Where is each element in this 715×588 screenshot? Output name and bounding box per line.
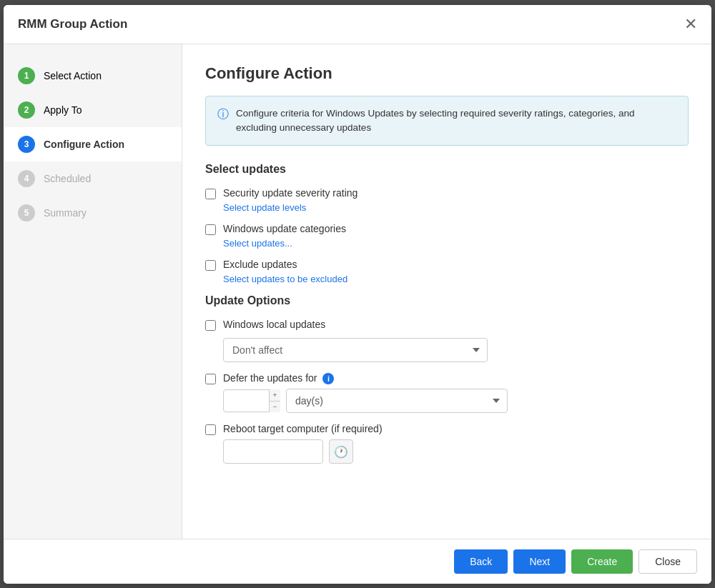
reboot-row: Reboot target computer (if required) — [205, 423, 689, 435]
select-updates-section: Select updates Security update severity … — [205, 163, 689, 284]
reboot-time-input[interactable]: 12:00 PM — [223, 439, 323, 464]
step-num-2: 2 — [18, 101, 35, 119]
update-options-title: Update Options — [205, 294, 689, 307]
sidebar-item-apply-to[interactable]: 2 Apply To — [4, 93, 182, 127]
windows-local-checkbox[interactable] — [205, 320, 216, 331]
select-excluded-link[interactable]: Select updates to be excluded — [223, 274, 689, 284]
defer-info-icon[interactable]: i — [322, 373, 334, 384]
number-spinners: + − — [269, 389, 280, 412]
update-options-section: Update Options Windows local updates Don… — [205, 294, 689, 464]
exclude-updates-label: Exclude updates — [223, 259, 297, 270]
close-button[interactable]: Close — [638, 549, 697, 574]
update-categories-checkbox[interactable] — [205, 224, 216, 235]
modal-body: 1 Select Action 2 Apply To 3 Configure A… — [4, 44, 711, 539]
sidebar-label-1: Select Action — [44, 70, 102, 81]
close-icon[interactable]: ✕ — [684, 16, 697, 32]
defer-updates-checkbox[interactable] — [205, 374, 216, 384]
security-rating-row: Security update severity rating — [205, 187, 689, 199]
defer-controls-row: 1 + − day(s) week(s) month(s) — [223, 389, 689, 413]
sidebar-item-summary[interactable]: 5 Summary — [4, 196, 182, 230]
exclude-updates-row: Exclude updates — [205, 259, 689, 271]
sidebar-label-4: Scheduled — [44, 173, 91, 184]
step-num-5: 5 — [18, 204, 35, 221]
windows-local-label: Windows local updates — [223, 319, 325, 330]
reboot-time-row: 12:00 PM 🕐 — [223, 439, 689, 464]
sidebar-label-2: Apply To — [44, 104, 82, 116]
sidebar-label-5: Summary — [44, 207, 87, 219]
local-updates-dropdown[interactable]: Don't affect Enable Disable — [223, 338, 488, 362]
next-button[interactable]: Next — [513, 549, 566, 574]
info-box-text: Configure criteria for Windows Updates b… — [236, 106, 676, 136]
modal: RMM Group Action ✕ 1 Select Action 2 App… — [4, 5, 711, 584]
select-updates-title: Select updates — [205, 163, 689, 176]
reboot-label: Reboot target computer (if required) — [223, 423, 383, 434]
sidebar: 1 Select Action 2 Apply To 3 Configure A… — [4, 44, 182, 539]
period-select[interactable]: day(s) week(s) month(s) — [286, 389, 508, 413]
defer-updates-row: Defer the updates for i — [205, 372, 689, 384]
modal-title: RMM Group Action — [18, 17, 127, 31]
exclude-updates-checkbox[interactable] — [205, 260, 216, 271]
modal-overlay: RMM Group Action ✕ 1 Select Action 2 App… — [0, 0, 715, 588]
spinner-down-btn[interactable]: − — [270, 402, 280, 413]
page-title: Configure Action — [205, 64, 689, 83]
main-content: Configure Action ⓘ Configure criteria fo… — [182, 44, 711, 539]
update-categories-label: Windows update categories — [223, 223, 346, 234]
sidebar-item-configure-action[interactable]: 3 Configure Action — [4, 127, 182, 161]
update-categories-row: Windows update categories — [205, 223, 689, 235]
info-icon: ⓘ — [217, 107, 229, 122]
back-button[interactable]: Back — [454, 549, 508, 574]
step-num-4: 4 — [18, 170, 35, 187]
reboot-checkbox[interactable] — [205, 424, 216, 435]
sidebar-label-3: Configure Action — [44, 139, 124, 150]
reboot-group: Reboot target computer (if required) 12:… — [205, 423, 689, 464]
info-box: ⓘ Configure criteria for Windows Updates… — [205, 96, 689, 146]
step-num-1: 1 — [18, 67, 35, 84]
modal-footer: Back Next Create Close — [4, 539, 711, 584]
windows-local-updates-group: Windows local updates Don't affect Enabl… — [205, 319, 689, 362]
security-rating-label: Security update severity rating — [223, 187, 358, 199]
clock-icon-btn[interactable]: 🕐 — [329, 439, 353, 464]
create-button[interactable]: Create — [571, 549, 633, 574]
step-num-3: 3 — [18, 136, 35, 153]
windows-local-row: Windows local updates — [205, 319, 689, 331]
sidebar-item-select-action[interactable]: 1 Select Action — [4, 59, 182, 93]
modal-header: RMM Group Action ✕ — [4, 5, 711, 44]
spinner-up-btn[interactable]: + — [270, 389, 280, 402]
select-update-levels-link[interactable]: Select update levels — [223, 202, 689, 213]
defer-number-wrapper: 1 + − — [223, 389, 280, 412]
security-rating-checkbox[interactable] — [205, 189, 216, 199]
select-updates-link[interactable]: Select updates... — [223, 238, 689, 249]
defer-updates-label: Defer the updates for i — [223, 372, 334, 384]
defer-updates-group: Defer the updates for i 1 + − — [205, 372, 689, 413]
sidebar-item-scheduled[interactable]: 4 Scheduled — [4, 161, 182, 196]
